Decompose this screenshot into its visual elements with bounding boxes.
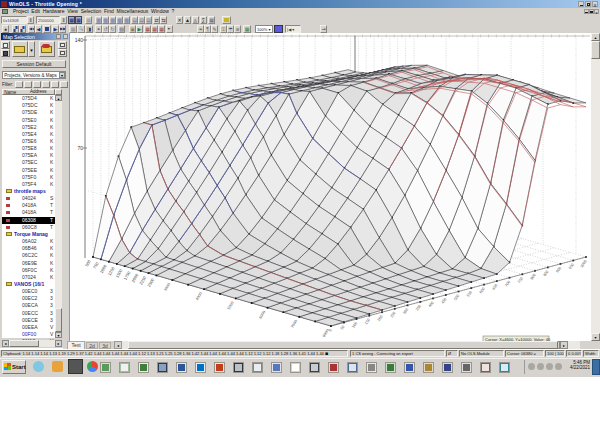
svg-text:140: 140 [75,37,84,43]
svg-text:70: 70 [77,145,83,151]
